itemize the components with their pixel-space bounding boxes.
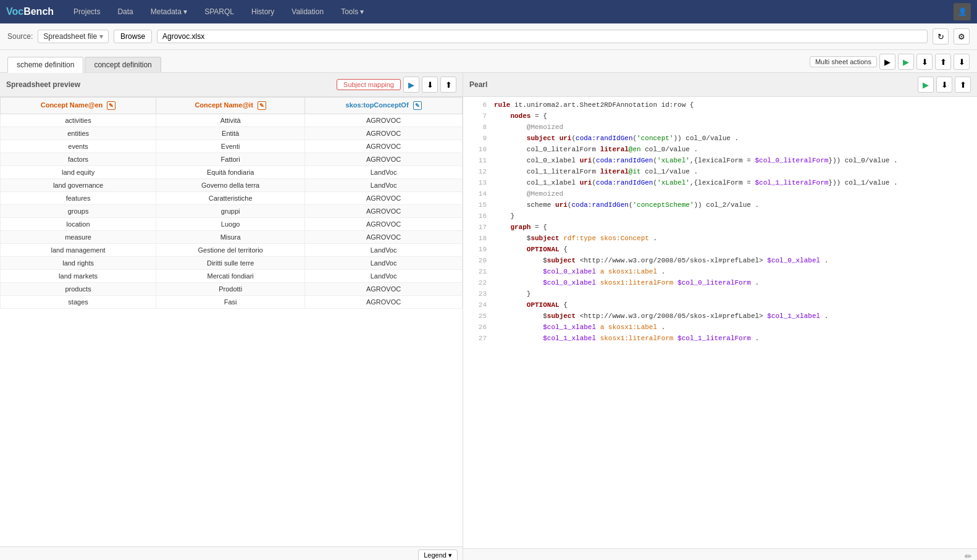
spreadsheet-cell: land markets — [1, 270, 156, 283]
download-button-1[interactable]: ⬇ — [916, 54, 933, 70]
source-label: Source: — [7, 32, 33, 41]
code-line: 18 $subject rdf:type skos:Concept . — [463, 233, 977, 244]
spreadsheet-cell: events — [1, 140, 156, 153]
source-path-input[interactable] — [157, 30, 928, 43]
line-number: 17 — [468, 222, 487, 232]
nav-tools[interactable]: Tools — [333, 2, 371, 21]
spreadsheet-cell: Prodotti — [156, 283, 305, 296]
code-content: rule it.uniroma2.art.Sheet2RDFAnnotation… — [494, 100, 972, 110]
nav-sparql[interactable]: SPARQL — [197, 2, 241, 21]
refresh-button[interactable]: ↻ — [933, 28, 949, 44]
ss-upload-button[interactable]: ⬆ — [440, 77, 456, 93]
code-line: 12 col_1_literalForm literal@it col_1/va… — [463, 166, 977, 177]
pearl-download-button[interactable]: ⬇ — [936, 77, 952, 93]
code-line: 7 nodes = { — [463, 111, 977, 122]
spreadsheet-row: activitiesAttivitàAGROVOC — [1, 114, 463, 127]
ss-download-button[interactable]: ⬇ — [422, 77, 438, 93]
tab-concept-definition[interactable]: concept definition — [85, 57, 161, 72]
spreadsheet-header: Spreadsheet preview Subject mapping ▶ ⬇ … — [0, 73, 463, 97]
code-line: 21 $col_0_xlabel a skosx1:Label . — [463, 266, 977, 277]
spreadsheet-cell: features — [1, 192, 156, 205]
code-content: col_0_literalForm literal@en col_0/value… — [494, 144, 972, 154]
spreadsheet-cell: Governo della terra — [156, 179, 305, 192]
line-number: 22 — [468, 278, 487, 288]
code-content: @Memoized — [494, 189, 972, 199]
nav-projects[interactable]: Projects — [66, 2, 107, 21]
pearl-footer: ✏ — [463, 548, 977, 560]
spreadsheet-cell: Mercati fondiari — [156, 270, 305, 283]
nav-data[interactable]: Data — [110, 2, 140, 21]
code-line: 16 } — [463, 211, 977, 222]
code-line: 6rule it.uniroma2.art.Sheet2RDFAnnotatio… — [463, 99, 977, 111]
subject-mapping-button[interactable]: Subject mapping — [337, 79, 401, 90]
pearl-header: Pearl ▶ ⬇ ⬆ — [463, 73, 977, 97]
pearl-title: Pearl — [469, 80, 487, 89]
nav-validation[interactable]: Validation — [284, 2, 331, 21]
col-edit-icon-2[interactable]: ✎ — [413, 101, 422, 110]
spreadsheet-cell: gruppi — [156, 205, 305, 218]
code-content: subject uri(coda:randIdGen('concept')) c… — [494, 133, 972, 143]
spreadsheet-row: groupsgruppiAGROVOC — [1, 205, 463, 218]
spreadsheet-cell: Fattori — [156, 153, 305, 166]
code-line: 8 @Memoized — [463, 122, 977, 133]
user-menu[interactable]: 👤 — [954, 3, 971, 20]
spreadsheet-cell: AGROVOC — [305, 114, 463, 127]
col-edit-icon-0[interactable]: ✎ — [107, 101, 115, 110]
spreadsheet-cell: factors — [1, 153, 156, 166]
code-line: 27 $col_1_xlabel skosx1:literalForm $col… — [463, 333, 977, 344]
code-content: $col_1_xlabel a skosx1:Label . — [494, 322, 972, 332]
ss-play-button[interactable]: ▶ — [403, 77, 419, 93]
spreadsheet-cell: groups — [1, 205, 156, 218]
col-edit-icon-1[interactable]: ✎ — [258, 101, 266, 110]
spreadsheet-table: Concept Name@en ✎ Concept Name@it ✎ skos… — [0, 97, 463, 546]
legend-button[interactable]: Legend — [418, 550, 458, 560]
col-header-2: skos:topConceptOf ✎ — [305, 98, 463, 114]
spreadsheet-cell: Gestione del territorio — [156, 244, 305, 257]
settings-button[interactable]: ⚙ — [954, 28, 970, 44]
pearl-upload-button[interactable]: ⬆ — [955, 77, 971, 93]
code-line: 22 $col_0_xlabel skosx1:literalForm $col… — [463, 277, 977, 288]
line-number: 27 — [468, 333, 487, 343]
spreadsheet-cell: land equity — [1, 166, 156, 179]
spreadsheet-cell: AGROVOC — [305, 153, 463, 166]
code-content: graph = { — [494, 222, 972, 232]
spreadsheet-cell: AGROVOC — [305, 192, 463, 205]
spreadsheet-row: stagesFasiAGROVOC — [1, 296, 463, 309]
spreadsheet-cell: LandVoc — [305, 166, 463, 179]
upload-button[interactable]: ⬆ — [935, 54, 951, 70]
pearl-play-button[interactable]: ▶ — [918, 77, 934, 93]
tab-scheme-definition[interactable]: scheme definition — [7, 57, 83, 73]
play-button-green[interactable]: ▶ — [898, 54, 914, 70]
play-button-1[interactable]: ▶ — [879, 54, 895, 70]
code-content: col_1_xlabel uri(coda:randIdGen('xLabel'… — [494, 178, 972, 188]
download-button-2[interactable]: ⬇ — [954, 54, 970, 70]
code-content: col_1_literalForm literal@it col_1/value… — [494, 167, 972, 177]
nav-history[interactable]: History — [244, 2, 282, 21]
code-line: 20 $subject <http://www.w3.org/2008/05/s… — [463, 255, 977, 266]
spreadsheet-cell: Fasi — [156, 296, 305, 309]
source-bar: Source: Spreadsheet file Browse ↻ ⚙ — [0, 23, 977, 50]
source-type-select[interactable]: Spreadsheet file — [38, 30, 109, 43]
spreadsheet-cell: land rights — [1, 257, 156, 270]
line-number: 24 — [468, 300, 487, 310]
code-line: 24 OPTIONAL { — [463, 299, 977, 311]
code-content: OPTIONAL { — [494, 244, 972, 254]
code-content: col_0_xlabel uri(coda:randIdGen('xLabel'… — [494, 156, 972, 165]
line-number: 13 — [468, 178, 487, 188]
spreadsheet-row: eventsEventiAGROVOC — [1, 140, 463, 153]
nav-items: Projects Data Metadata SPARQL History Va… — [66, 2, 954, 21]
pearl-edit-button[interactable]: ✏ — [965, 551, 972, 560]
code-content: } — [494, 211, 972, 221]
app-brand[interactable]: VocBench — [6, 6, 54, 17]
spreadsheet-panel: Spreadsheet preview Subject mapping ▶ ⬇ … — [0, 73, 463, 560]
code-content: OPTIONAL { — [494, 300, 972, 310]
spreadsheet-cell: AGROVOC — [305, 140, 463, 153]
spreadsheet-row: locationLuogoAGROVOC — [1, 218, 463, 231]
navbar: VocBench Projects Data Metadata SPARQL H… — [0, 0, 977, 23]
browse-button[interactable]: Browse — [114, 30, 152, 43]
nav-metadata[interactable]: Metadata — [143, 2, 195, 21]
code-content: @Memoized — [494, 122, 972, 132]
spreadsheet-cell: AGROVOC — [305, 218, 463, 231]
code-line: 15 scheme uri(coda:randIdGen('conceptSch… — [463, 199, 977, 211]
spreadsheet-cell: stages — [1, 296, 156, 309]
